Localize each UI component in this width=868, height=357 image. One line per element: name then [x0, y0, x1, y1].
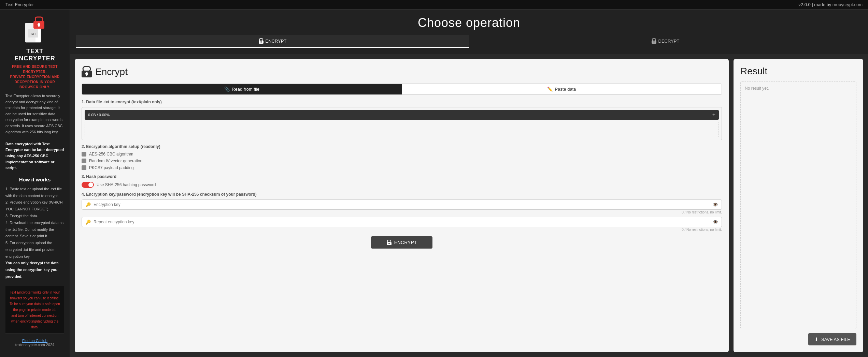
step-4: 4. Download the encrypted data as the .t…: [5, 220, 64, 240]
file-tabs: 📎 Read from file ✏️ Paste data: [82, 84, 722, 95]
save-as-file-button[interactable]: ⬇ SAVE AS FILE: [808, 333, 856, 345]
svg-rect-7: [38, 25, 40, 27]
decrypt-lock-icon: [652, 38, 656, 44]
section2-label: 2. Encryption algorithm setup (readonly): [82, 144, 722, 149]
tab-decrypt[interactable]: DECRYPT: [469, 35, 862, 48]
plus-icon: +: [712, 112, 715, 118]
download-icon: ⬇: [814, 337, 819, 342]
svg-point-20: [388, 243, 390, 244]
svg-point-10: [260, 41, 262, 43]
key-input-row-1: 🔑 👁️: [82, 199, 722, 210]
key-hint-2: 0 / No restrictions, no limit.: [82, 228, 722, 232]
footer-text: textencrypter.com 2024: [15, 343, 54, 347]
svg-rect-14: [83, 66, 90, 71]
key-section: 4. Encryption key/password (encryption k…: [82, 192, 722, 232]
eye-icon-1[interactable]: 👁️: [712, 202, 718, 207]
operation-tabs: ENCRYPT DECRYPT: [76, 35, 862, 48]
topbar: Text Encrypter v2.0.0 | made by mobycryp…: [0, 0, 868, 10]
algo-checkbox-3: [82, 165, 86, 170]
eye-icon-2[interactable]: 👁️: [712, 219, 718, 225]
toggle-knob: [88, 182, 93, 187]
operation-header: Choose operation ENCRYPT: [70, 10, 868, 54]
svg-rect-17: [86, 74, 87, 76]
version-info: v2.0.0 | made by mobycrypt.com: [798, 2, 863, 7]
svg-rect-18: [387, 240, 391, 242]
encrypt-panel: Encrypt 📎 Read from file ✏️ Paste data 1…: [75, 59, 729, 352]
result-title: Result: [740, 66, 856, 77]
algo-item-3: PKCS7 payload padding: [82, 165, 722, 170]
file-tab-paste[interactable]: ✏️ Paste data: [402, 84, 722, 94]
toggle-row: Use SHA-256 hashing password: [82, 182, 722, 188]
edit-icon: ✏️: [547, 87, 553, 92]
tab-encrypt[interactable]: ENCRYPT: [76, 35, 469, 48]
footer-links: Find on GitHub textencrypter.com 2024: [15, 339, 54, 347]
algo-item-2: Random IV vector generation: [82, 159, 722, 163]
app-name: Text Encrypter: [5, 2, 34, 7]
section4-label: 4. Encryption key/password (encryption k…: [82, 192, 722, 197]
paperclip-icon: 📎: [224, 87, 230, 92]
app-description: Text Encrypter allows to securely encryp…: [5, 93, 64, 171]
key-hint-1: 0 / No restrictions, no limit.: [82, 210, 722, 214]
encrypt-panel-title: Encrypt: [82, 66, 722, 78]
svg-rect-8: [259, 39, 263, 41]
step-3: 3. Encrypt the data.: [5, 213, 64, 220]
svg-point-13: [653, 41, 655, 43]
author-link[interactable]: mobycrypt.com: [833, 2, 863, 7]
result-content: No result yet.: [740, 81, 856, 329]
result-panel: Result No result yet. ⬇ SAVE AS FILE: [734, 59, 863, 352]
encrypt-btn-lock-icon: [387, 240, 392, 245]
file-tab-read[interactable]: 📎 Read from file: [82, 84, 402, 94]
key-icon-1: 🔑: [85, 202, 91, 207]
section3-label: 3. Hash password: [82, 174, 722, 179]
encrypt-title-lock-icon: [82, 66, 92, 78]
privacy-note: Text Encrypter works only in your browse…: [5, 286, 64, 334]
encrypt-lock-icon: [259, 38, 264, 44]
algo-checkbox-2: [82, 159, 86, 163]
section1-label: 1. Data file .txt to encrypt (text/plain…: [82, 100, 722, 104]
file-upload-area[interactable]: 0.0B / 0.00% +: [82, 107, 722, 140]
encryption-key-input[interactable]: [94, 202, 710, 207]
logo-icon: TXT: [21, 16, 48, 44]
github-link[interactable]: Find on GitHub: [22, 339, 47, 343]
operation-title: Choose operation: [76, 16, 862, 30]
svg-text:TXT: TXT: [30, 32, 37, 35]
how-it-works-steps: 1. Paste text or upload the .txt file wi…: [5, 186, 64, 280]
algo-checkbox-1: [82, 152, 86, 157]
key-icon-2: 🔑: [85, 220, 91, 225]
svg-rect-11: [652, 39, 656, 41]
step-1: 1. Paste text or upload the .txt file wi…: [5, 186, 64, 199]
app-subtitle: FREE AND SECURE TEXT ENCRYPTER. PRIVATE …: [5, 64, 64, 90]
main-layout: TXT TEXT ENCRYPTER FREE AND SECURE TEXT …: [0, 10, 868, 357]
hash-toggle[interactable]: [82, 182, 94, 188]
logo-svg: TXT: [21, 16, 48, 44]
content-area: Encrypt 📎 Read from file ✏️ Paste data 1…: [70, 54, 868, 357]
right-section: Choose operation ENCRYPT: [70, 10, 868, 357]
algo-item-1: AES-256 CBC algorithm: [82, 152, 722, 157]
file-drop-zone[interactable]: [85, 122, 719, 137]
app-title: TEXT ENCRYPTER: [5, 48, 64, 62]
left-panel: TXT TEXT ENCRYPTER FREE AND SECURE TEXT …: [0, 10, 70, 357]
how-it-works-title: How it works: [19, 177, 51, 182]
step-bold: You can only decrypt the data using the …: [5, 260, 64, 280]
repeat-encryption-key-input[interactable]: [94, 220, 710, 224]
algo-section: 2. Encryption algorithm setup (readonly)…: [82, 144, 722, 170]
key-input-row-2: 🔑 👁️: [82, 217, 722, 227]
step-5: 5. For decryption upload the encrypted .…: [5, 240, 64, 260]
hash-section: 3. Hash password Use SHA-256 hashing pas…: [82, 174, 722, 188]
file-progress-bar: 0.0B / 0.00% +: [85, 110, 719, 120]
encrypt-button[interactable]: ENCRYPT: [371, 236, 432, 249]
step-2: 2. Provide encryption key (WHICH YOU CAN…: [5, 199, 64, 213]
